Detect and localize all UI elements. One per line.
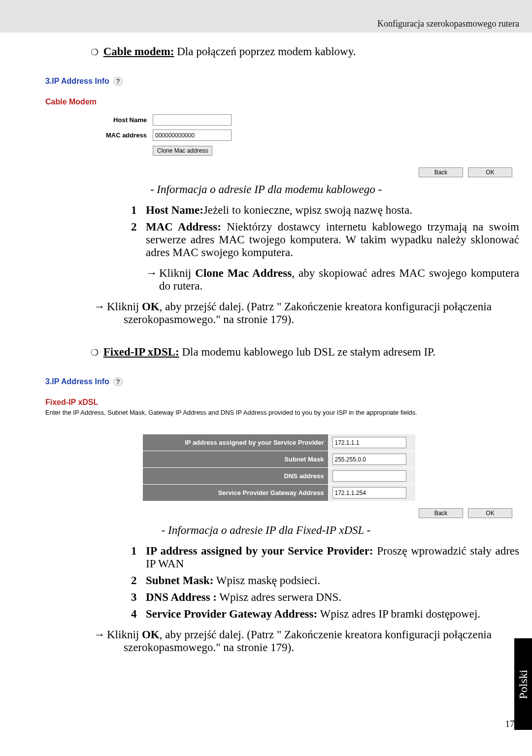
table-row: Subnet Mask	[142, 451, 415, 468]
screenshot-cable-modem: 3.IP Address Info ? Cable Modem Host Nam…	[42, 73, 515, 177]
option-cable-modem-text: Dla połączeń poprzez modem kablowy.	[177, 45, 356, 58]
language-tab: Polski	[514, 638, 532, 730]
ok-button[interactable]: OK	[468, 167, 512, 177]
list-item: 4Service Provider Gateway Address: Wpisz…	[131, 608, 519, 621]
radio-empty-icon: ❍	[91, 348, 99, 358]
back-button[interactable]: Back	[419, 508, 463, 518]
host-name-label: Host Name	[42, 116, 153, 124]
dns-input[interactable]	[332, 470, 406, 482]
table-row: DNS address	[142, 468, 415, 485]
help-icon[interactable]: ?	[113, 77, 123, 86]
option-fixed-xdsl-text: Dla modemu kablowego lub DSL ze stałym a…	[182, 346, 435, 358]
arrow-right-icon: →	[146, 267, 157, 293]
table-row: Service Provider Gateway Address	[142, 485, 415, 501]
section-description: Enter the IP Address, Subnet Mask, Gatew…	[45, 409, 515, 416]
section-title: 3.IP Address Info ?	[42, 373, 515, 386]
section-title: 3.IP Address Info ?	[42, 73, 515, 86]
list-item: 1Host Name:Jeżeli to konieczne, wpisz sw…	[131, 204, 519, 217]
option-fixed-xdsl-label: Fixed-IP xDSL:	[103, 346, 179, 358]
radio-empty-icon: ❍	[91, 47, 99, 57]
steps-list-cable: 1Host Name:Jeżeli to konieczne, wpisz sw…	[131, 204, 519, 259]
mac-address-label: MAC address	[42, 131, 153, 139]
option-fixed-xdsl: ❍ Fixed-IP xDSL: Dla modemu kablowego lu…	[91, 346, 519, 359]
cable-modem-form: Host Name MAC address Clone Mac address	[42, 114, 515, 156]
steps-list-fixed: 1IP address assigned by your Service Pro…	[131, 545, 519, 621]
ip-input[interactable]	[332, 437, 406, 448]
list-item: 2MAC Address: Niektórzy dostawcy interne…	[131, 221, 519, 259]
section-subtitle: Cable Modem	[45, 98, 515, 106]
host-name-input[interactable]	[153, 114, 232, 126]
list-item: 1IP address assigned by your Service Pro…	[131, 545, 519, 570]
figure-caption: - Informacja o adresie IP dla modemu kab…	[13, 183, 519, 196]
arrow-right-icon: →	[94, 628, 105, 654]
click-ok-step: → Kliknij OK, aby przejść dalej. (Patrz …	[94, 300, 519, 326]
section-subtitle: Fixed-IP xDSL	[45, 398, 515, 407]
option-cable-modem-label: Cable modem:	[103, 45, 174, 58]
help-icon[interactable]: ?	[113, 377, 123, 386]
table-row: IP address assigned by your Service Prov…	[142, 434, 415, 451]
screenshot-fixed-xdsl: 3.IP Address Info ? Fixed-IP xDSL Enter …	[42, 373, 515, 518]
running-header: Konfiguracja szerokopasmowego rutera	[0, 0, 532, 33]
content-area: ❍ Cable modem: Dla połączeń poprzez mode…	[0, 45, 532, 654]
mac-address-input[interactable]	[153, 130, 232, 141]
subnet-input[interactable]	[332, 454, 406, 465]
option-cable-modem: ❍ Cable modem: Dla połączeń poprzez mode…	[91, 45, 519, 58]
figure-caption: - Informacja o adresie IP dla Fixed-IP x…	[13, 524, 519, 537]
list-item: 3DNS Address : Wpisz adres serwera DNS.	[131, 591, 519, 604]
page: Konfiguracja szerokopasmowego rutera ❍ C…	[0, 0, 532, 756]
sub-step-arrow: → Kliknij Clone Mac Address, aby skopiow…	[146, 267, 519, 293]
click-ok-step: → Kliknij OK, aby przejść dalej. (Patrz …	[94, 628, 519, 654]
back-button[interactable]: Back	[419, 167, 463, 177]
list-item: 2Subnet Mask: Wpisz maskę podsieci.	[131, 574, 519, 587]
ok-button[interactable]: OK	[468, 508, 512, 518]
ip-config-table: IP address assigned by your Service Prov…	[142, 434, 416, 501]
gateway-input[interactable]	[332, 487, 406, 498]
arrow-right-icon: →	[94, 300, 105, 326]
clone-mac-button[interactable]: Clone Mac address	[153, 146, 212, 156]
